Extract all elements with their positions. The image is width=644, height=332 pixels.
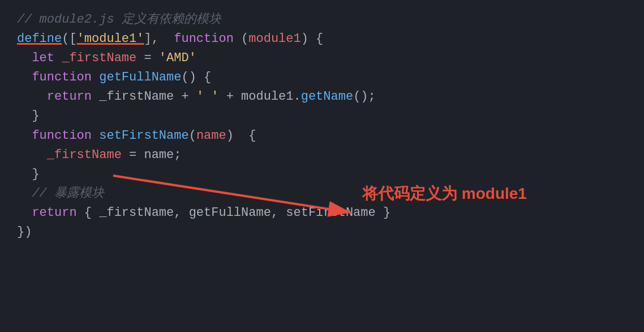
- setfirstname-func: setFirstName: [99, 129, 188, 143]
- name-param: name: [196, 129, 226, 143]
- function-keyword-3: function: [32, 129, 92, 143]
- getfullname-func: getFullName: [99, 70, 181, 84]
- code-line-8: _firstName = name;: [17, 146, 627, 165]
- code-line-5: return _firstName + ' ' + module1.getNam…: [17, 87, 627, 107]
- let-keyword: let: [32, 51, 54, 65]
- name-val: name;: [144, 148, 181, 162]
- firstname-var: _firstName: [62, 51, 136, 65]
- function-keyword-1: function: [174, 32, 234, 46]
- annotation-label: 将代码定义为 module1: [362, 181, 527, 206]
- code-line-11: return { _firstName, getFullName, setFir…: [17, 203, 627, 223]
- code-line-4: function getFullName() {: [17, 68, 627, 87]
- module1-string: 'module1': [77, 32, 144, 46]
- code-line-9: }: [17, 165, 627, 184]
- code-container: // module2.js 定义有依赖的模块 define(['module1'…: [0, 0, 644, 332]
- code-line-7: function setFirstName(name) {: [17, 126, 627, 146]
- code-line-10: // 暴露模块: [17, 184, 627, 203]
- define-keyword: define: [17, 32, 62, 46]
- firstname-assign: _firstName: [47, 148, 122, 162]
- getname-call: getName: [301, 90, 353, 104]
- code-line-2: define(['module1'], function (module1) {: [17, 29, 627, 49]
- code-line-1: // module2.js 定义有依赖的模块: [17, 10, 627, 29]
- code-line-6: }: [17, 107, 627, 126]
- module1-param: module1: [248, 32, 300, 46]
- amd-string: 'AMD': [159, 51, 196, 65]
- space-string: ' ': [196, 90, 219, 104]
- code-line-3: let _firstName = 'AMD': [17, 49, 627, 68]
- code-line-12: }): [17, 223, 627, 242]
- return-keyword-2: return: [32, 206, 76, 220]
- function-keyword-2: function: [32, 70, 92, 84]
- return-keyword-1: return: [47, 90, 92, 104]
